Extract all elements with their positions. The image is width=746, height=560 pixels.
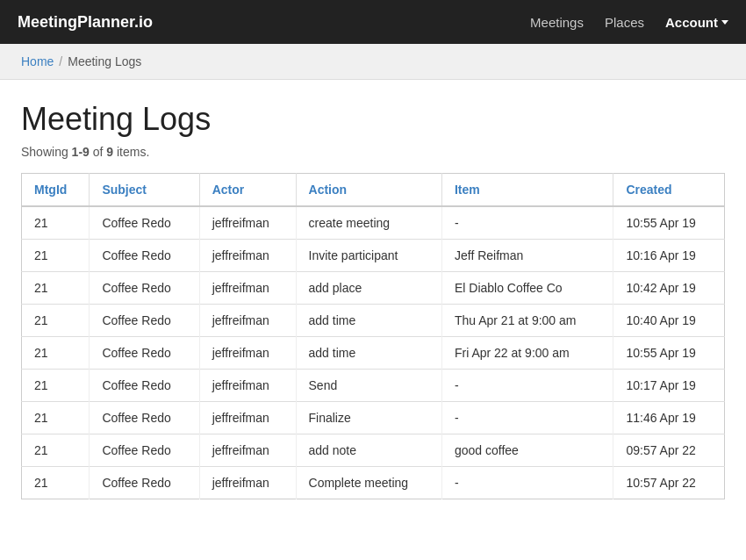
- breadcrumb-home[interactable]: Home: [21, 54, 54, 68]
- cell-3-5: 10:40 Apr 19: [613, 305, 725, 337]
- cell-7-1: Coffee Redo: [90, 434, 199, 467]
- cell-6-3: Finalize: [296, 402, 441, 434]
- showing-total: 9: [106, 145, 113, 159]
- cell-8-3: Complete meeting: [296, 467, 441, 499]
- cell-0-2: jeffreifman: [199, 206, 296, 240]
- cell-3-4: Thu Apr 21 at 9:00 am: [441, 305, 613, 337]
- cell-6-4: -: [441, 402, 613, 434]
- table-row: 21Coffee RedojeffreifmanSend-10:17 Apr 1…: [22, 370, 725, 402]
- table-row: 21Coffee Redojeffreifmancreate meeting-1…: [22, 206, 725, 240]
- table-header-row: MtgId Subject Actor Action Item Created: [22, 174, 725, 207]
- table-row: 21Coffee Redojeffreifmanadd timeThu Apr …: [22, 305, 725, 337]
- cell-7-4: good coffee: [441, 434, 613, 467]
- cell-1-4: Jeff Reifman: [441, 240, 613, 272]
- cell-5-5: 10:17 Apr 19: [613, 370, 725, 402]
- nav-meetings[interactable]: Meetings: [530, 15, 584, 30]
- cell-2-2: jeffreifman: [199, 272, 296, 305]
- cell-5-1: Coffee Redo: [90, 370, 199, 402]
- cell-2-0: 21: [22, 272, 90, 305]
- cell-1-1: Coffee Redo: [90, 240, 199, 272]
- cell-0-0: 21: [22, 206, 90, 240]
- cell-8-0: 21: [22, 467, 90, 499]
- cell-5-3: Send: [296, 370, 441, 402]
- cell-7-3: add note: [296, 434, 441, 467]
- table-row: 21Coffee Redojeffreifmanadd notegood cof…: [22, 434, 725, 467]
- cell-5-4: -: [441, 370, 613, 402]
- cell-6-1: Coffee Redo: [90, 402, 199, 434]
- cell-6-2: jeffreifman: [199, 402, 296, 434]
- nav-links: Meetings Places Account: [530, 15, 728, 30]
- col-header-item: Item: [441, 174, 613, 207]
- main-content: Home / Meeting Logs Meeting Logs Showing…: [0, 44, 746, 560]
- cell-8-1: Coffee Redo: [90, 467, 199, 499]
- nav-places[interactable]: Places: [605, 15, 644, 30]
- cell-2-3: add place: [296, 272, 441, 305]
- breadcrumb-bar: Home / Meeting Logs: [0, 44, 746, 80]
- account-dropdown-button[interactable]: Account: [665, 15, 728, 30]
- cell-8-5: 10:57 Apr 22: [613, 467, 725, 499]
- cell-0-4: -: [441, 206, 613, 240]
- breadcrumb-current: Meeting Logs: [68, 54, 141, 68]
- cell-3-3: add time: [296, 305, 441, 337]
- page-title: Meeting Logs: [21, 101, 725, 138]
- page-body: Meeting Logs Showing 1-9 of 9 items. Mtg…: [0, 80, 746, 521]
- col-header-actor: Actor: [199, 174, 296, 207]
- table-body: 21Coffee Redojeffreifmancreate meeting-1…: [22, 206, 725, 499]
- breadcrumb: Home / Meeting Logs: [21, 54, 725, 68]
- cell-3-1: Coffee Redo: [90, 305, 199, 337]
- account-caret-icon: [721, 20, 728, 25]
- cell-0-1: Coffee Redo: [90, 206, 199, 240]
- cell-2-1: Coffee Redo: [90, 272, 199, 305]
- cell-7-2: jeffreifman: [199, 434, 296, 467]
- table-row: 21Coffee Redojeffreifmanadd timeFri Apr …: [22, 337, 725, 370]
- col-header-subject: Subject: [90, 174, 199, 207]
- col-header-action: Action: [296, 174, 441, 207]
- cell-8-4: -: [441, 467, 613, 499]
- cell-4-3: add time: [296, 337, 441, 370]
- table-row: 21Coffee RedojeffreifmanInvite participa…: [22, 240, 725, 272]
- cell-6-0: 21: [22, 402, 90, 434]
- meeting-logs-table: MtgId Subject Actor Action Item Created …: [21, 173, 725, 499]
- cell-0-5: 10:55 Apr 19: [613, 206, 725, 240]
- table-row: 21Coffee RedojeffreifmanComplete meeting…: [22, 467, 725, 499]
- showing-text: Showing 1-9 of 9 items.: [21, 145, 725, 159]
- cell-4-4: Fri Apr 22 at 9:00 am: [441, 337, 613, 370]
- cell-2-4: El Diablo Coffee Co: [441, 272, 613, 305]
- cell-5-0: 21: [22, 370, 90, 402]
- cell-1-2: jeffreifman: [199, 240, 296, 272]
- cell-7-0: 21: [22, 434, 90, 467]
- cell-3-2: jeffreifman: [199, 305, 296, 337]
- cell-4-1: Coffee Redo: [90, 337, 199, 370]
- col-header-created: Created: [613, 174, 725, 207]
- navbar: MeetingPlanner.io Meetings Places Accoun…: [0, 0, 746, 44]
- cell-7-5: 09:57 Apr 22: [613, 434, 725, 467]
- table-row: 21Coffee Redojeffreifmanadd placeEl Diab…: [22, 272, 725, 305]
- showing-range: 1-9: [72, 145, 90, 159]
- cell-8-2: jeffreifman: [199, 467, 296, 499]
- cell-1-5: 10:16 Apr 19: [613, 240, 725, 272]
- table-row: 21Coffee RedojeffreifmanFinalize-11:46 A…: [22, 402, 725, 434]
- cell-4-2: jeffreifman: [199, 337, 296, 370]
- cell-1-3: Invite participant: [296, 240, 441, 272]
- cell-5-2: jeffreifman: [199, 370, 296, 402]
- cell-6-5: 11:46 Apr 19: [613, 402, 725, 434]
- cell-1-0: 21: [22, 240, 90, 272]
- breadcrumb-separator: /: [59, 54, 62, 68]
- brand-logo: MeetingPlanner.io: [18, 13, 530, 32]
- cell-2-5: 10:42 Apr 19: [613, 272, 725, 305]
- col-header-mtgid: MtgId: [22, 174, 90, 207]
- cell-4-0: 21: [22, 337, 90, 370]
- cell-4-5: 10:55 Apr 19: [613, 337, 725, 370]
- cell-0-3: create meeting: [296, 206, 441, 240]
- cell-3-0: 21: [22, 305, 90, 337]
